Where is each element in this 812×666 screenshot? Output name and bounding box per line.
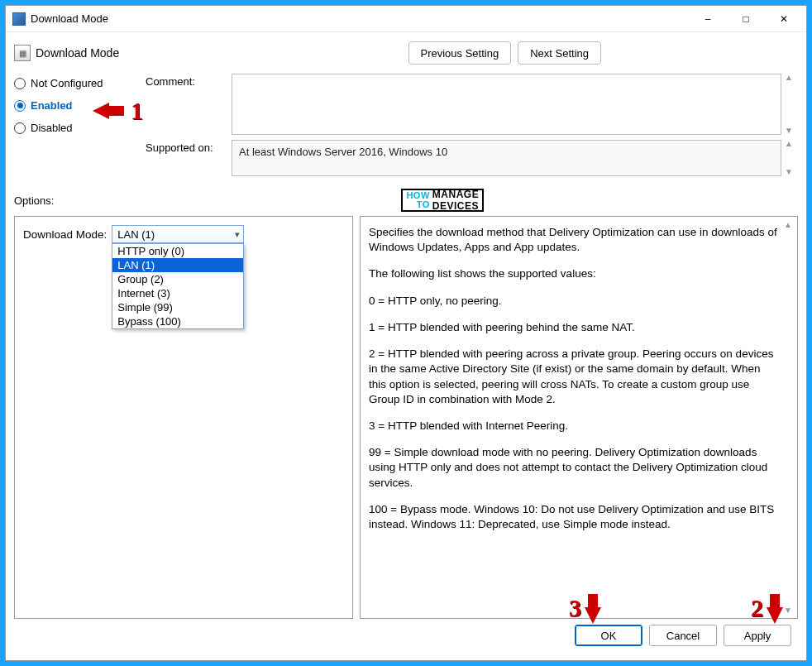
help-text: 0 = HTTP only, no peering. xyxy=(369,294,781,309)
help-text: 2 = HTTP blended with peering across a p… xyxy=(369,347,781,407)
help-text: 99 = Simple download mode with no peerin… xyxy=(369,445,781,491)
radio-label: Disabled xyxy=(31,122,73,134)
next-setting-button[interactable]: Next Setting xyxy=(518,41,601,65)
combo-option[interactable]: Group (2) xyxy=(112,272,243,286)
radio-disabled[interactable]: Disabled xyxy=(14,122,142,134)
combo-selected-text: LAN (1) xyxy=(117,228,155,241)
radio-icon xyxy=(14,78,26,89)
help-text: The following list shows the supported v… xyxy=(369,266,781,281)
chevron-down-icon: ▾ xyxy=(235,229,240,240)
radio-not-configured[interactable]: Not Configured xyxy=(14,77,142,89)
help-text: 3 = HTTP blended with Internet Peering. xyxy=(369,419,781,434)
combo-option[interactable]: Bypass (100) xyxy=(112,314,243,328)
policy-icon: ▦ xyxy=(14,45,31,61)
help-text: 100 = Bypass mode. Windows 10: Do not us… xyxy=(369,502,781,532)
apply-button[interactable]: Apply xyxy=(724,625,791,646)
radio-enabled[interactable]: Enabled xyxy=(14,99,142,112)
help-text: Specifies the download method that Deliv… xyxy=(369,225,781,255)
combo-option[interactable]: HTTP only (0) xyxy=(112,244,243,258)
window-title: Download Mode xyxy=(31,12,108,25)
comment-input[interactable] xyxy=(232,74,781,135)
titlebar: Download Mode – □ ✕ xyxy=(6,6,806,32)
logo-main: MANAGE DEVICES xyxy=(432,189,479,212)
download-mode-combobox[interactable]: LAN (1) ▾ HTTP only (0) LAN (1) Group (2… xyxy=(112,225,244,243)
help-text: 1 = HTTP blended with peering behind the… xyxy=(369,320,781,335)
ok-button[interactable]: OK xyxy=(575,625,642,646)
dialog-footer: OK Cancel Apply 3 2 xyxy=(14,619,798,652)
supported-on-text: At least Windows Server 2016, Windows 10 xyxy=(232,140,781,176)
options-header-row: Options: HOW TO MANAGE DEVICES xyxy=(14,189,798,211)
radio-icon xyxy=(14,100,26,112)
dialog-content: ▦ Download Mode Previous Setting Next Se… xyxy=(6,32,806,660)
supported-label: Supported on: xyxy=(146,140,228,154)
options-pane: Download Mode: LAN (1) ▾ HTTP only (0) L… xyxy=(14,216,353,619)
combo-selected[interactable]: LAN (1) ▾ xyxy=(112,225,244,243)
panes: Download Mode: LAN (1) ▾ HTTP only (0) L… xyxy=(14,216,798,619)
combo-option[interactable]: Internet (3) xyxy=(112,286,243,300)
help-scrollbar[interactable]: ▲▼ xyxy=(784,217,797,618)
download-mode-label: Download Mode: xyxy=(23,228,107,241)
close-button[interactable]: ✕ xyxy=(765,7,803,31)
radio-label: Enabled xyxy=(31,99,73,112)
combo-option[interactable]: LAN (1) xyxy=(112,258,243,272)
radio-label: Not Configured xyxy=(31,77,103,89)
download-mode-row: Download Mode: LAN (1) ▾ HTTP only (0) L… xyxy=(23,225,344,243)
radio-icon xyxy=(14,122,26,134)
page-title: Download Mode xyxy=(36,46,119,60)
combo-dropdown-list: HTTP only (0) LAN (1) Group (2) Internet… xyxy=(112,243,244,329)
minimize-button[interactable]: – xyxy=(689,7,727,31)
setting-state-grid: Not Configured Enabled Disabled 1 Commen… xyxy=(14,74,798,176)
comment-scrollbar[interactable]: ▲▼ xyxy=(785,74,798,135)
state-radio-group: Not Configured Enabled Disabled 1 xyxy=(14,74,142,134)
comment-label: Comment: xyxy=(146,74,228,88)
cancel-button[interactable]: Cancel xyxy=(649,625,717,646)
options-label: Options: xyxy=(14,194,54,207)
dialog-window: Download Mode – □ ✕ ▦ Download Mode Prev… xyxy=(5,5,807,661)
logo-howto: HOW TO xyxy=(406,191,429,209)
maximize-button[interactable]: □ xyxy=(727,7,765,31)
watermark-logo: HOW TO MANAGE DEVICES xyxy=(401,189,484,212)
header-row: ▦ Download Mode Previous Setting Next Se… xyxy=(14,37,798,69)
help-pane: Specifies the download method that Deliv… xyxy=(360,216,798,619)
previous-setting-button[interactable]: Previous Setting xyxy=(408,41,512,65)
supported-scrollbar[interactable]: ▲▼ xyxy=(785,140,798,176)
combo-option[interactable]: Simple (99) xyxy=(112,300,243,314)
app-icon xyxy=(12,12,26,26)
